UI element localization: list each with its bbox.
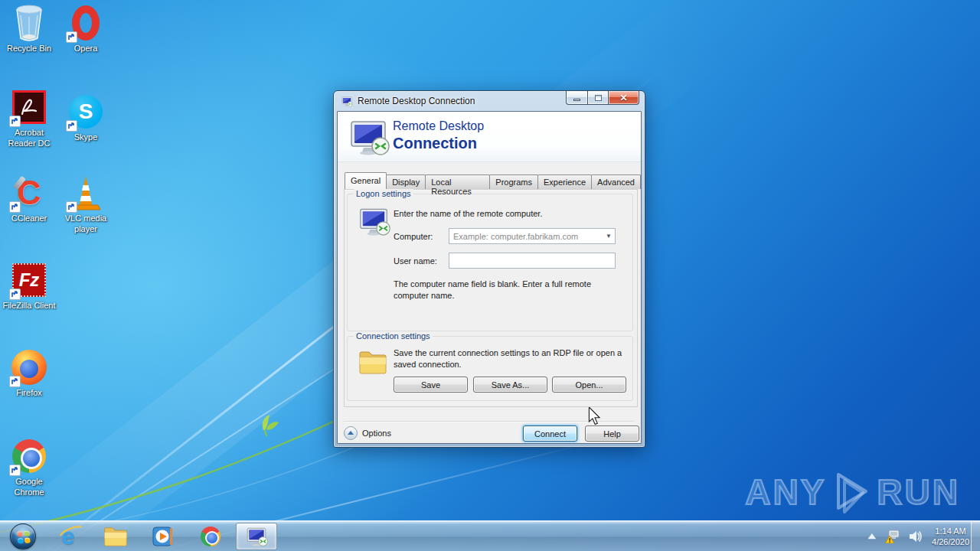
volume-icon[interactable] — [909, 530, 923, 543]
desktop-icon-label: CCleaner — [0, 214, 58, 224]
chevron-down-icon[interactable]: ▼ — [603, 233, 615, 240]
maximize-button[interactable] — [588, 91, 609, 105]
desktop-icon-firefox[interactable]: Firefox — [0, 349, 58, 399]
system-tray: 1:14 AM 4/26/2020 — [859, 521, 969, 551]
save-button[interactable]: Save — [394, 377, 468, 393]
desktop-icon-label: Skype — [57, 132, 115, 143]
desktop-icon-skype[interactable]: S Skype — [57, 93, 115, 143]
tab-strip: General Display Local Resources Programs… — [345, 174, 641, 189]
footer-divider — [344, 421, 635, 422]
shortcut-arrow-icon — [66, 120, 77, 132]
chrome-icon — [201, 527, 220, 546]
tray-time: 1:14 AM — [932, 526, 969, 536]
minimize-button[interactable] — [566, 91, 588, 105]
logon-settings-label: Logon settings — [354, 189, 413, 198]
internet-explorer-icon: e — [62, 525, 75, 548]
desktop-icon-label: Recycle Bin — [0, 44, 58, 54]
filezilla-icon: Fz — [11, 262, 47, 298]
tab-experience[interactable]: Experience — [537, 174, 592, 189]
show-desktop-button[interactable] — [971, 521, 980, 551]
dialog-title: Remote Desktop Connection — [358, 96, 475, 106]
dialog-content: Remote Desktop Connection General Displa… — [337, 111, 642, 444]
anyrun-logo-icon — [829, 470, 874, 514]
media-player-icon — [152, 526, 174, 547]
desktop: Recycle Bin Opera Acrobat Reader DC S — [0, 0, 980, 551]
watermark-text-run: RUN — [877, 474, 960, 510]
firefox-icon — [11, 349, 47, 386]
options-button[interactable]: Options — [344, 426, 391, 440]
rdp-taskbar-icon — [245, 527, 268, 546]
desktop-icon-label: Firefox — [0, 388, 58, 399]
tab-advanced[interactable]: Advanced — [591, 174, 641, 189]
logon-instruction: Enter the name of the remote computer. — [394, 209, 542, 218]
chrome-icon — [11, 438, 47, 474]
logon-note: The computer name field is blank. Enter … — [394, 279, 625, 302]
shortcut-arrow-icon — [66, 31, 77, 43]
shortcut-arrow-icon — [9, 376, 21, 387]
taskbar-internet-explorer[interactable]: e — [51, 521, 86, 551]
show-hidden-icons-button[interactable] — [867, 533, 877, 540]
taskbar-rdp-active[interactable] — [236, 523, 277, 550]
tray-clock[interactable]: 1:14 AM 4/26/2020 — [932, 526, 969, 547]
desktop-icon-vlc[interactable]: VLC media player — [57, 174, 115, 235]
computer-combobox[interactable]: Example: computer.fabrikam.com ▼ — [449, 228, 616, 244]
desktop-icon-opera[interactable]: Opera — [57, 5, 115, 54]
skype-icon: S — [67, 93, 104, 130]
logon-settings-group: Logon settings Enter the name of the rem… — [347, 194, 633, 331]
minimize-icon — [573, 99, 580, 101]
shortcut-arrow-icon — [66, 201, 77, 213]
taskbar-windows-explorer[interactable] — [98, 521, 133, 551]
network-status-icon[interactable] — [885, 530, 900, 543]
close-icon: ✕ — [619, 92, 627, 104]
close-button[interactable]: ✕ — [609, 91, 639, 105]
taskbar: e — [0, 520, 980, 551]
shortcut-arrow-icon — [9, 116, 21, 127]
start-button[interactable] — [3, 521, 43, 551]
desktop-icon-chrome[interactable]: Google Chrome — [0, 438, 58, 498]
desktop-icon-acrobat[interactable]: Acrobat Reader DC — [0, 89, 58, 149]
explorer-folder-icon — [103, 527, 128, 547]
dialog-header: Remote Desktop Connection — [338, 112, 641, 162]
rdp-dialog-window: Remote Desktop Connection ✕ Remote Deskt… — [333, 90, 645, 448]
dialog-titlebar[interactable]: Remote Desktop Connection ✕ — [334, 91, 645, 111]
header-title-line1: Remote Desktop — [393, 119, 484, 133]
desktop-icon-recycle-bin[interactable]: Recycle Bin — [0, 5, 58, 54]
watermark-text-any: ANY — [745, 474, 826, 510]
username-label: User name: — [394, 256, 437, 266]
folder-icon — [358, 350, 387, 375]
tab-programs[interactable]: Programs — [489, 174, 538, 189]
tab-local-resources[interactable]: Local Resources — [425, 174, 490, 189]
connect-button[interactable]: Connect — [523, 425, 577, 442]
rdp-header-icon — [347, 118, 390, 156]
tray-date: 4/26/2020 — [932, 536, 969, 547]
shortcut-arrow-icon — [9, 201, 21, 213]
ccleaner-icon: C — [11, 174, 47, 211]
tab-display[interactable]: Display — [386, 174, 426, 189]
connection-description: Save the current connection settings to … — [394, 347, 628, 370]
desktop-icon-label: Acrobat Reader DC — [0, 128, 58, 149]
windows-start-icon — [10, 523, 36, 549]
desktop-icon-label: VLC media player — [57, 214, 115, 235]
options-collapse-icon[interactable] — [344, 426, 358, 440]
computer-label: Computer: — [394, 232, 433, 241]
help-button[interactable]: Help — [585, 425, 639, 442]
desktop-icon-filezilla[interactable]: Fz FileZilla Client — [0, 262, 58, 311]
opera-icon — [67, 5, 104, 41]
anyrun-watermark: ANY RUN — [745, 470, 960, 514]
chevron-up-icon — [867, 533, 877, 540]
username-input[interactable] — [449, 253, 616, 269]
tab-general[interactable]: General — [345, 172, 387, 189]
desktop-icon-label: Opera — [57, 44, 115, 54]
connection-settings-group: Connection settings Save the current con… — [347, 336, 633, 401]
taskbar-chrome[interactable] — [193, 521, 228, 551]
desktop-icon-ccleaner[interactable]: C CCleaner — [0, 174, 58, 224]
acrobat-reader-icon — [11, 89, 47, 126]
taskbar-media-player[interactable] — [145, 521, 181, 551]
options-label: Options — [362, 429, 391, 438]
desktop-icon-label: Google Chrome — [0, 477, 58, 498]
save-as-button[interactable]: Save As... — [473, 377, 547, 393]
open-button[interactable]: Open... — [552, 377, 626, 393]
shortcut-arrow-icon — [9, 465, 21, 476]
header-title-line2: Connection — [393, 135, 477, 152]
shortcut-arrow-icon — [9, 289, 21, 300]
